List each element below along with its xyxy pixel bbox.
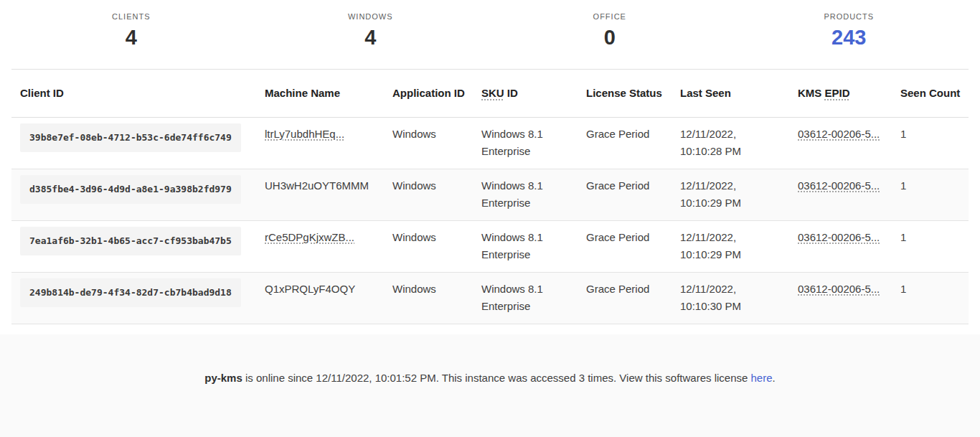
header-seen-count: Seen Count bbox=[892, 70, 969, 117]
license-link[interactable]: here bbox=[751, 372, 773, 384]
client-id-chip: 39b8e7ef-08eb-4712-b53c-6de74ff6c749 bbox=[20, 123, 241, 152]
cell-machine-name: ltrLy7ubdhHEq... bbox=[256, 117, 384, 169]
cell-seen-count: 1 bbox=[892, 169, 969, 220]
stat-windows: WINDOWS 4 bbox=[251, 0, 491, 69]
header-license-status: License Status bbox=[578, 70, 672, 117]
cell-machine-name: rCe5DPgKjxwZB... bbox=[256, 220, 384, 272]
cell-sku-id: Windows 8.1 Enterprise bbox=[473, 272, 578, 324]
cell-kms-epid: 03612-00206-5... bbox=[789, 169, 892, 220]
cell-client-id: 249b814b-de79-4f34-82d7-cb7b4bad9d18 bbox=[11, 272, 256, 324]
stat-clients-label: CLIENTS bbox=[11, 12, 251, 21]
kms-epid-truncated[interactable]: 03612-00206-5... bbox=[798, 231, 880, 243]
header-kms-epid: KMS EPID bbox=[789, 70, 892, 117]
cell-last-seen: 12/11/2022, 10:10:29 PM bbox=[672, 220, 789, 272]
cell-license-status: Grace Period bbox=[578, 272, 672, 324]
cell-machine-name: UH3wH2uOYT6MMM bbox=[256, 169, 384, 220]
cell-application-id: Windows bbox=[384, 220, 473, 272]
sku-id-rest: ID bbox=[504, 87, 518, 99]
table-row: 39b8e7ef-08eb-4712-b53c-6de74ff6c749 ltr… bbox=[11, 117, 969, 169]
table-header-row: Client ID Machine Name Application ID SK… bbox=[11, 70, 969, 117]
cell-seen-count: 1 bbox=[892, 272, 969, 324]
cell-kms-epid: 03612-00206-5... bbox=[789, 272, 892, 324]
stat-windows-value: 4 bbox=[251, 26, 491, 50]
stat-clients-value: 4 bbox=[11, 26, 251, 50]
client-id-chip: 7ea1af6b-32b1-4b65-acc7-cf953bab47b5 bbox=[20, 227, 241, 255]
cell-kms-epid: 03612-00206-5... bbox=[789, 117, 892, 169]
cell-license-status: Grace Period bbox=[578, 117, 672, 169]
stat-office-value: 0 bbox=[490, 26, 730, 50]
header-last-seen: Last Seen bbox=[672, 70, 789, 117]
header-sku-id: SKU ID bbox=[473, 70, 578, 117]
epid-abbr[interactable]: EPID bbox=[825, 87, 850, 99]
clients-table: Client ID Machine Name Application ID SK… bbox=[11, 70, 969, 324]
machine-name: Q1xPRQLyF4OQY bbox=[265, 283, 355, 295]
machine-name-truncated[interactable]: rCe5DPgKjxwZB... bbox=[265, 231, 354, 243]
client-id-chip: 249b814b-de79-4f34-82d7-cb7b4bad9d18 bbox=[20, 278, 241, 307]
client-id-chip: d385fbe4-3d96-4d9d-a8e1-9a398b2fd979 bbox=[20, 175, 241, 204]
cell-client-id: 7ea1af6b-32b1-4b65-acc7-cf953bab47b5 bbox=[11, 220, 256, 272]
kms-prefix: KMS bbox=[798, 87, 825, 99]
cell-sku-id: Windows 8.1 Enterprise bbox=[473, 117, 578, 169]
cell-last-seen: 12/11/2022, 10:10:28 PM bbox=[672, 117, 789, 169]
table-row: 7ea1af6b-32b1-4b65-acc7-cf953bab47b5 rCe… bbox=[11, 220, 969, 272]
cell-license-status: Grace Period bbox=[578, 220, 672, 272]
stat-office: OFFICE 0 bbox=[490, 0, 730, 69]
table-row: d385fbe4-3d96-4d9d-a8e1-9a398b2fd979 UH3… bbox=[11, 169, 969, 220]
stat-clients: CLIENTS 4 bbox=[11, 0, 251, 69]
stat-products-label: PRODUCTS bbox=[730, 12, 969, 21]
footer-status-text: is online since 12/11/2022, 10:01:52 PM.… bbox=[242, 372, 751, 384]
cell-kms-epid: 03612-00206-5... bbox=[789, 220, 892, 272]
cell-application-id: Windows bbox=[384, 272, 473, 324]
machine-name: UH3wH2uOYT6MMM bbox=[265, 179, 369, 192]
status-footer: py-kms is online since 12/11/2022, 10:01… bbox=[0, 334, 980, 437]
stats-bar: CLIENTS 4 WINDOWS 4 OFFICE 0 PRODUCTS 24… bbox=[11, 0, 969, 70]
cell-client-id: d385fbe4-3d96-4d9d-a8e1-9a398b2fd979 bbox=[11, 169, 256, 220]
stat-products: PRODUCTS 243 bbox=[730, 0, 969, 69]
cell-seen-count: 1 bbox=[892, 220, 969, 272]
cell-last-seen: 12/11/2022, 10:10:29 PM bbox=[672, 169, 789, 220]
kms-epid-truncated[interactable]: 03612-00206-5... bbox=[798, 179, 880, 192]
sku-abbr[interactable]: SKU bbox=[481, 87, 504, 99]
header-client-id: Client ID bbox=[11, 70, 256, 117]
stat-windows-label: WINDOWS bbox=[251, 12, 491, 21]
kms-epid-truncated[interactable]: 03612-00206-5... bbox=[798, 283, 880, 295]
header-machine-name: Machine Name bbox=[256, 70, 384, 117]
cell-application-id: Windows bbox=[384, 169, 473, 220]
machine-name-truncated[interactable]: ltrLy7ubdhHEq... bbox=[265, 128, 344, 140]
cell-application-id: Windows bbox=[384, 117, 473, 169]
stat-products-value-link[interactable]: 243 bbox=[730, 26, 969, 50]
footer-suffix: . bbox=[773, 372, 776, 384]
cell-sku-id: Windows 8.1 Enterprise bbox=[473, 169, 578, 220]
stat-office-label: OFFICE bbox=[490, 12, 730, 21]
cell-seen-count: 1 bbox=[892, 117, 969, 169]
header-application-id: Application ID bbox=[384, 70, 473, 117]
cell-machine-name: Q1xPRQLyF4OQY bbox=[256, 272, 384, 324]
table-row: 249b814b-de79-4f34-82d7-cb7b4bad9d18 Q1x… bbox=[11, 272, 969, 324]
cell-last-seen: 12/11/2022, 10:10:30 PM bbox=[672, 272, 789, 324]
cell-sku-id: Windows 8.1 Enterprise bbox=[473, 220, 578, 272]
cell-license-status: Grace Period bbox=[578, 169, 672, 220]
kms-epid-truncated[interactable]: 03612-00206-5... bbox=[798, 128, 880, 140]
cell-client-id: 39b8e7ef-08eb-4712-b53c-6de74ff6c749 bbox=[11, 117, 256, 169]
app-name: py-kms bbox=[204, 372, 242, 384]
